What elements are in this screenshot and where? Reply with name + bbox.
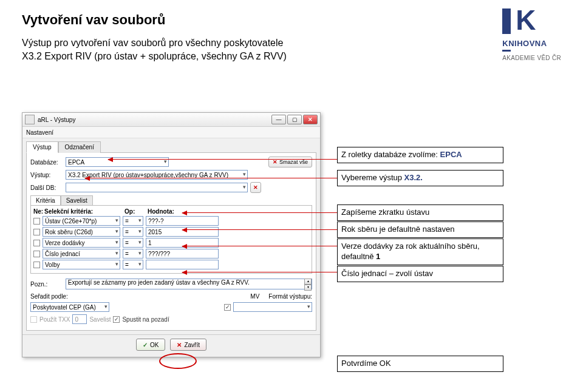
callout-strong: EPCA [440,150,462,159]
main-tabs: Výstup Odznačení [22,138,320,152]
arrow-icon [108,159,337,160]
criteria-field-combobox[interactable]: Rok sběru (C26d) [43,227,120,237]
window-close-button[interactable]: ✕ [303,115,318,124]
use-txx-checkbox[interactable] [30,316,37,323]
criteria-row: Číslo jednací = ???/??? [33,249,309,259]
close-button-label: Zavřít [184,342,200,348]
arrow-icon [182,212,337,213]
criteria-ne-checkbox[interactable] [33,218,40,225]
header-value: Hodnota: [148,208,174,215]
criteria-ne-checkbox[interactable] [33,262,40,268]
maximize-button[interactable]: ▢ [287,115,302,124]
savelist-label: Savelist [89,316,111,323]
logo-bar-icon [502,8,511,34]
criteria-ne-checkbox[interactable] [33,240,40,246]
menu-settings[interactable]: Nastavení [26,129,53,136]
dalsi-db-clear-button[interactable]: ✕ [250,182,261,193]
label-dalsi-db: Další DB: [30,184,63,191]
savelist-number-input[interactable]: 0 [72,314,87,324]
note-spinner[interactable]: ▴ ▾ [304,279,312,291]
highlight-ellipse [159,353,197,369]
criteria-op-combobox[interactable]: = [123,249,143,259]
criteria-field-combobox[interactable]: Verze dodávky [43,238,120,248]
header-sel: Selekční kritéria: [44,208,122,215]
tab-odznaceni[interactable]: Odznačení [58,141,101,153]
run-background-label: Spustit na pozadí [122,316,169,323]
titlebar[interactable]: aRL - Výstupy — ▢ ✕ [22,113,320,127]
subtab-savelist[interactable]: Savelist [61,195,93,205]
label-sort: Seřadit podle: [30,293,73,300]
arrow-icon [182,272,337,272]
tab-vystup[interactable]: Výstup [26,141,58,153]
chevron-up-icon[interactable]: ▴ [304,279,312,285]
callout-strong: X3.2. [404,173,423,182]
check-icon: ✓ [143,342,148,348]
app-icon [25,115,35,124]
ok-button[interactable]: ✓ OK [136,339,165,351]
callout-cislo: Číslo jednací – zvolí ústav [337,266,503,282]
clear-all-button[interactable]: ✕ Smazat vše [268,157,312,167]
note-field[interactable]: Exportují se záznamy pro jeden zadaný ús… [66,279,312,289]
sort-combobox[interactable]: Poskytovatel CEP (GA) [30,302,109,312]
subtitle-line2: X3.2 Export RIV (pro ústav + spolupráce,… [22,50,287,63]
criteria-value-input[interactable] [146,260,219,269]
header-ne: Ne: [33,208,42,215]
x-icon: ✕ [253,184,258,191]
run-background-checkbox[interactable] [113,316,120,323]
callout-text: Vybereme výstup [341,173,404,182]
criteria-value-input[interactable]: ???/??? [146,249,219,259]
page-title: Vytvoření vav souborů [22,12,165,28]
subtitle-line1: Výstup pro vytvoření vav souborů pro vše… [22,36,287,50]
menubar: Nastavení [22,127,320,138]
label-mv: MV [250,293,266,300]
callout-ok: Potvrdíme OK [337,356,503,372]
callout-text: Z roletky databáze zvolíme: [341,150,440,159]
clear-all-label: Smazat vše [279,159,308,165]
callout-database: Z roletky databáze zvolíme: EPCA [337,147,503,163]
label-output: Výstup: [30,172,63,178]
criteria-value-input[interactable]: ???-? [146,216,219,226]
dalsi-db-combobox[interactable] [66,183,248,192]
minimize-button[interactable]: — [271,115,286,124]
chevron-down-icon[interactable]: ▾ [304,285,312,291]
criteria-field-combobox[interactable]: Číslo jednací [43,249,120,259]
note-text: Exportují se záznamy pro jeden zadaný ús… [68,279,250,286]
callout-output: Vybereme výstup X3.2. [337,170,503,186]
logo-mark: K [502,6,561,34]
use-txx-label: Použít TXX [39,316,70,323]
x-icon: ✕ [177,342,182,348]
label-format: Formát výstupu: [268,293,312,300]
criteria-panel: Ne: Selekční kritéria: Op: Hodnota: Ústa… [30,205,312,274]
logo-subtitle: AKADEMIE VĚD ČR [502,55,561,61]
subtab-kriteria[interactable]: Kritéria [30,195,61,205]
criteria-ne-checkbox[interactable] [33,251,40,257]
criteria-field-combobox[interactable]: Ústav (C26e+70*p) [43,216,120,226]
callout-verze: Verze dodávky za rok aktuálního sběru, d… [337,238,503,265]
criteria-op-combobox[interactable]: = [123,216,143,226]
close-button[interactable]: ✕ Zavřít [170,339,206,351]
criteria-op-combobox[interactable]: = [123,260,143,269]
criteria-row: Rok sběru (C26d) = 2015 [33,227,309,237]
format-combobox[interactable] [233,302,312,312]
callout-ustav: Zapíšeme zkratku ústavu [337,204,503,221]
logo: K KNIHOVNA AKADEMIE VĚD ČR [502,6,561,61]
callout-strong: 1 [376,252,380,261]
output-dialog: aRL - Výstupy — ▢ ✕ Nastavení Výstup Odz… [22,112,321,357]
criteria-op-combobox[interactable]: = [123,227,143,237]
callout-text: Verze dodávky za rok aktuálního sběru, d… [341,242,480,261]
header-op: Op: [124,208,145,215]
x-icon: ✕ [273,159,278,165]
label-pozn: Pozn.: [30,281,63,288]
criteria-row: Ústav (C26e+70*p) = ???-? [33,216,309,226]
logo-brand-text: KNIHOVNA [502,39,561,48]
logo-letter: K [516,6,536,34]
subtabs: Kritéria Savelist [30,195,312,205]
criteria-op-combobox[interactable]: = [123,238,143,248]
criteria-ne-checkbox[interactable] [33,229,40,235]
mv-checkbox[interactable] [224,304,231,311]
arrow-icon [182,229,337,230]
window-title: aRL - Výstupy [38,117,271,123]
logo-underline-icon [502,50,511,52]
criteria-field-combobox[interactable]: Volby [43,260,120,269]
label-database: Databáze: [30,159,63,166]
